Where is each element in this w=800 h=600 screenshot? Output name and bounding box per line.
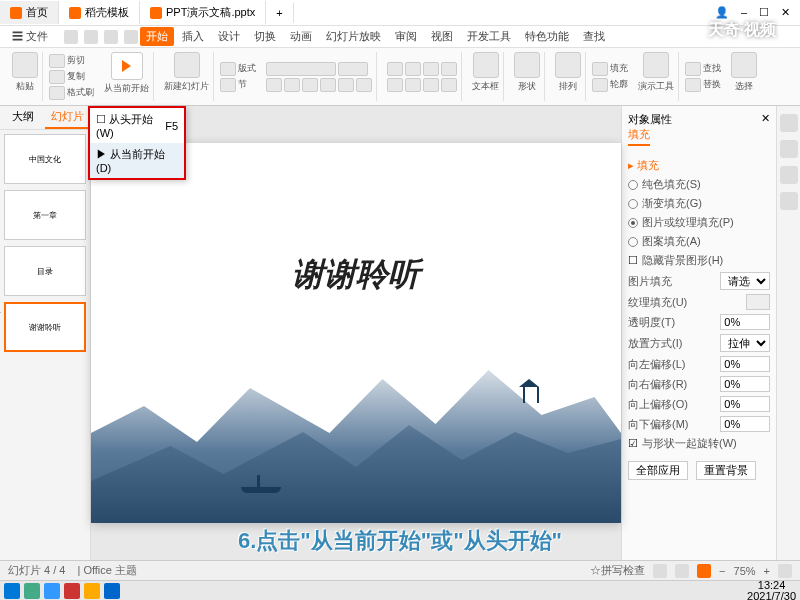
underline-icon[interactable] [302, 78, 318, 92]
align-right-icon[interactable] [423, 78, 439, 92]
italic-icon[interactable] [284, 78, 300, 92]
fontsize-select[interactable] [338, 62, 368, 76]
tab-template[interactable]: 稻壳模板 [59, 1, 140, 24]
bullets-icon[interactable] [387, 62, 403, 76]
dropdown-from-current[interactable]: ▶ 从当前开始(D) [90, 143, 184, 178]
font-select[interactable] [266, 62, 336, 76]
undo-icon[interactable] [104, 30, 118, 44]
offset-m-input[interactable] [720, 416, 770, 432]
thumb-4[interactable]: 4谢谢聆听 [4, 302, 86, 352]
tab-home[interactable]: 首页 [0, 1, 59, 24]
minimize-icon[interactable]: – [741, 6, 747, 19]
pic-fill-select[interactable]: 请选择图片 [720, 272, 770, 290]
tools-icon[interactable] [643, 52, 669, 78]
prop-tab-fill[interactable]: 填充 [628, 127, 650, 146]
fit-icon[interactable] [778, 564, 792, 578]
menu-review[interactable]: 审阅 [389, 27, 423, 46]
menu-transition[interactable]: 切换 [248, 27, 282, 46]
find-icon[interactable] [685, 62, 701, 76]
highlight-icon[interactable] [356, 78, 372, 92]
shape-fill-icon[interactable] [592, 62, 608, 76]
arrange-icon[interactable] [555, 52, 581, 78]
radio-gradient-fill[interactable]: 渐变填充(G) [628, 196, 770, 211]
radio-pattern-fill[interactable]: 图案填充(A) [628, 234, 770, 249]
print-icon[interactable] [84, 30, 98, 44]
tile-select[interactable]: 拉伸 [720, 334, 770, 352]
menu-slideshow[interactable]: 幻灯片放映 [320, 27, 387, 46]
format-painter-icon[interactable] [49, 86, 65, 100]
menu-animation[interactable]: 动画 [284, 27, 318, 46]
layout-icon[interactable] [220, 62, 236, 76]
task-icon-4[interactable] [84, 583, 100, 599]
task-icon-5[interactable] [104, 583, 120, 599]
thumb-3[interactable]: 3目录 [4, 246, 86, 296]
menu-dev[interactable]: 开发工具 [461, 27, 517, 46]
offset-r-input[interactable] [720, 376, 770, 392]
cut-icon[interactable] [49, 54, 65, 68]
sidebar-trans-icon[interactable] [780, 166, 798, 184]
task-icon-3[interactable] [64, 583, 80, 599]
shape-icon[interactable] [514, 52, 540, 78]
radio-solid-fill[interactable]: 纯色填充(S) [628, 177, 770, 192]
align-center-icon[interactable] [405, 78, 421, 92]
transparency-input[interactable] [720, 314, 770, 330]
indent-inc-icon[interactable] [441, 62, 457, 76]
spellcheck-label[interactable]: ☆拼写检查 [590, 563, 645, 578]
save-icon[interactable] [64, 30, 78, 44]
shape-outline-icon[interactable] [592, 78, 608, 92]
offset-o-input[interactable] [720, 396, 770, 412]
tab-outline[interactable]: 大纲 [0, 106, 45, 129]
menu-file[interactable]: ☰ 文件 [6, 27, 54, 46]
strike-icon[interactable] [320, 78, 336, 92]
indent-dec-icon[interactable] [423, 62, 439, 76]
start-icon[interactable] [4, 583, 20, 599]
menu-special[interactable]: 特色功能 [519, 27, 575, 46]
select-icon[interactable] [731, 52, 757, 78]
menu-find[interactable]: 查找 [577, 27, 611, 46]
zoom-in[interactable]: + [764, 565, 770, 577]
sidebar-design-icon[interactable] [780, 114, 798, 132]
maximize-icon[interactable]: ☐ [759, 6, 769, 19]
prop-close-icon[interactable]: ✕ [761, 112, 770, 127]
play-from-current-button[interactable] [111, 52, 143, 80]
tab-new[interactable]: + [266, 3, 293, 23]
view-slideshow-icon[interactable] [697, 564, 711, 578]
bold-icon[interactable] [266, 78, 282, 92]
new-slide-icon[interactable] [174, 52, 200, 78]
textbox-icon[interactable] [473, 52, 499, 78]
slide[interactable]: 谢谢聆听 [91, 143, 621, 523]
view-sorter-icon[interactable] [675, 564, 689, 578]
menu-design[interactable]: 设计 [212, 27, 246, 46]
sidebar-tool-icon[interactable] [780, 192, 798, 210]
replace-icon[interactable] [685, 78, 701, 92]
section-icon[interactable] [220, 78, 236, 92]
redo-icon[interactable] [124, 30, 138, 44]
reset-bg-button[interactable]: 重置背景 [696, 461, 756, 480]
fontcolor-icon[interactable] [338, 78, 354, 92]
thumb-2[interactable]: 2第一章 [4, 190, 86, 240]
tab-slides[interactable]: 幻灯片 [45, 106, 90, 129]
taskbar-clock[interactable]: 13:242021/7/30 [747, 580, 796, 601]
zoom-out[interactable]: − [719, 565, 725, 577]
menu-start[interactable]: 开始 [140, 27, 174, 46]
offset-l-input[interactable] [720, 356, 770, 372]
user-icon[interactable]: 👤 [715, 6, 729, 19]
check-hide-bg[interactable]: ☐隐藏背景图形(H) [628, 253, 770, 268]
align-left-icon[interactable] [387, 78, 403, 92]
check-rotate-shape[interactable]: ☑与形状一起旋转(W) [628, 436, 770, 451]
dropdown-from-beginning[interactable]: ☐ 从头开始(W)F5 [90, 108, 184, 143]
copy-icon[interactable] [49, 70, 65, 84]
menu-insert[interactable]: 插入 [176, 27, 210, 46]
align-justify-icon[interactable] [441, 78, 457, 92]
view-normal-icon[interactable] [653, 564, 667, 578]
menu-view[interactable]: 视图 [425, 27, 459, 46]
paste-icon[interactable] [12, 52, 38, 78]
task-icon-1[interactable] [24, 583, 40, 599]
task-icon-2[interactable] [44, 583, 60, 599]
apply-all-button[interactable]: 全部应用 [628, 461, 688, 480]
close-icon[interactable]: ✕ [781, 6, 790, 19]
numbering-icon[interactable] [405, 62, 421, 76]
thumb-1[interactable]: 1中国文化 [4, 134, 86, 184]
texture-select[interactable] [746, 294, 770, 310]
radio-picture-fill[interactable]: 图片或纹理填充(P) [628, 215, 770, 230]
